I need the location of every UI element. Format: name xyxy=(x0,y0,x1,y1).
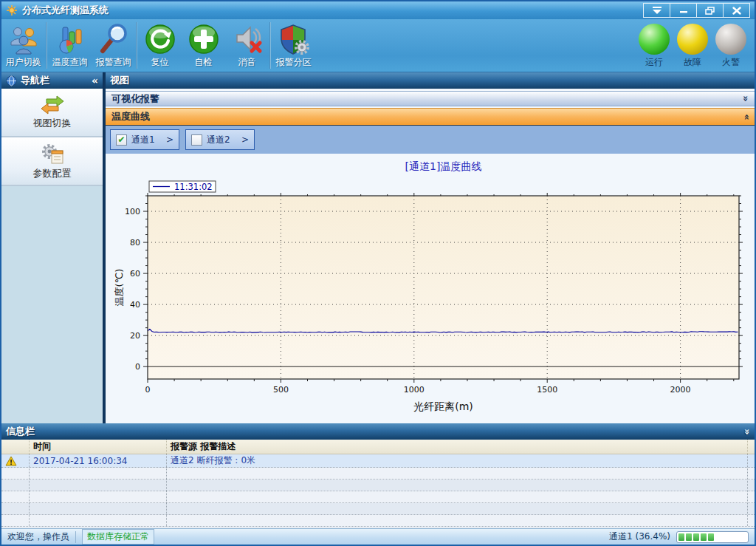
status-bar: 欢迎您，操作员 数据库存储正常 通道1 (36.4%) xyxy=(1,528,755,545)
status-light-label: 火警 xyxy=(722,56,740,69)
sidebar-item-view-switch[interactable]: 视图切换 xyxy=(1,89,103,137)
svg-text:500: 500 xyxy=(273,385,289,395)
channel-progress-label: 通道1 (36.4%) xyxy=(609,530,670,543)
progress-block xyxy=(686,533,692,541)
running-light-icon xyxy=(639,24,670,55)
svg-text:1000: 1000 xyxy=(404,385,425,395)
toolbar-separator xyxy=(136,22,137,69)
minimize-icon xyxy=(679,7,688,14)
alarm-zone-button[interactable]: 报警分区 xyxy=(272,19,315,72)
svg-text:2000: 2000 xyxy=(670,385,691,395)
app-logo-icon xyxy=(6,4,18,16)
time-column-header: 时间 xyxy=(29,440,166,454)
toolbar-label: 自检 xyxy=(195,56,213,69)
view-panel: 视图 可视化报警 » 温度曲线 » ✔ 通道1 > 通道2 > xyxy=(106,72,755,423)
info-collapse-chevron-icon[interactable]: » xyxy=(742,429,752,434)
svg-text:[通道1]温度曲线: [通道1]温度曲线 xyxy=(405,160,482,172)
alarm-table: 时间 报警源 报警描述 2017-04-21 16:00:34 通道2 断纤报警… xyxy=(1,440,755,528)
alarm-table-header: 时间 报警源 报警描述 xyxy=(1,440,755,454)
sidebar-header: 导航栏 « xyxy=(1,72,103,89)
close-icon xyxy=(732,7,741,15)
toolbar-label: 报警分区 xyxy=(276,56,312,69)
view-title: 视图 xyxy=(110,74,129,87)
temperature-curve-panel-bar[interactable]: 温度曲线 » xyxy=(106,108,755,126)
reset-button[interactable]: 复位 xyxy=(138,19,182,72)
restore-button[interactable] xyxy=(696,3,724,18)
mute-button[interactable]: 消音 xyxy=(225,19,269,72)
menu-dropdown-icon xyxy=(652,7,662,14)
channel-1-button[interactable]: ✔ 通道1 > xyxy=(110,129,179,150)
svg-text:20: 20 xyxy=(130,331,140,341)
sidebar-collapse-button[interactable]: « xyxy=(92,75,98,86)
sidebar-title: 导航栏 xyxy=(21,74,49,87)
warning-icon xyxy=(1,454,29,467)
progress-bar xyxy=(676,531,749,543)
visual-alarm-label: 可视化报警 xyxy=(111,92,159,106)
empty-table-row xyxy=(1,515,755,527)
progress-block xyxy=(701,533,707,541)
self-check-button[interactable]: 自检 xyxy=(182,19,225,72)
sidebar-item-label: 参数配置 xyxy=(33,167,72,180)
settings-notepad-icon xyxy=(39,142,66,165)
app-window: 分布式光纤测温系统 用户切换 xyxy=(0,0,756,546)
channel-2-button[interactable]: 通道2 > xyxy=(185,129,255,150)
toolbar-label: 用户切换 xyxy=(6,56,41,69)
temperature-chart-icon xyxy=(54,23,86,55)
minimize-button[interactable] xyxy=(670,3,697,18)
svg-text:11:31:02: 11:31:02 xyxy=(174,182,213,192)
svg-text:温度(℃): 温度(℃) xyxy=(114,269,125,307)
toolbar-label: 报警查询 xyxy=(96,56,131,69)
db-status-badge: 数据库存储正常 xyxy=(82,529,154,545)
empty-table-row xyxy=(1,480,755,491)
mute-icon xyxy=(231,23,264,55)
svg-text:40: 40 xyxy=(130,300,140,310)
user-switch-button[interactable]: 用户切换 xyxy=(1,19,45,72)
alarm-table-row[interactable]: 2017-04-21 16:00:34 通道2 断纤报警：0米 xyxy=(1,454,755,468)
toolbar-separator xyxy=(46,22,47,69)
channel-toolbar: ✔ 通道1 > 通道2 > xyxy=(106,126,755,154)
title-bar: 分布式光纤测温系统 xyxy=(1,1,755,19)
status-light-label: 运行 xyxy=(645,56,663,69)
progress-block xyxy=(708,533,714,541)
alarm-query-button[interactable]: 报警查询 xyxy=(92,19,135,72)
self-check-icon xyxy=(188,23,220,55)
channel-label: 通道1 xyxy=(131,134,155,146)
collapse-chevron-icon[interactable]: » xyxy=(740,114,750,120)
svg-text:0: 0 xyxy=(145,385,151,395)
channel-expand-arrow[interactable]: > xyxy=(166,134,173,145)
globe-icon xyxy=(6,75,17,86)
empty-rows xyxy=(1,468,755,527)
toolbar-label: 复位 xyxy=(151,56,169,69)
view-header: 视图 xyxy=(106,72,755,89)
channel-expand-arrow[interactable]: > xyxy=(241,134,249,145)
visual-alarm-panel-bar[interactable]: 可视化报警 » xyxy=(106,91,755,106)
alarm-zone-shield-icon xyxy=(278,23,310,55)
search-icon xyxy=(97,23,130,55)
channel-label: 通道2 xyxy=(207,134,230,146)
empty-table-row xyxy=(1,503,755,515)
alarm-description: 通道2 断纤报警：0米 xyxy=(166,454,747,467)
svg-text:80: 80 xyxy=(130,238,140,248)
sidebar-item-parameter-config[interactable]: 参数配置 xyxy=(1,137,103,186)
temperature-query-button[interactable]: 温度查询 xyxy=(48,19,92,72)
expand-chevron-icon[interactable]: » xyxy=(740,95,750,101)
svg-text:1500: 1500 xyxy=(537,385,557,395)
statusbar-separator xyxy=(75,531,76,543)
reset-icon xyxy=(144,23,176,55)
users-icon xyxy=(7,23,40,55)
chart-area: 0204060801000500100015002000温度(℃)光纤距离(m)… xyxy=(106,154,755,423)
source-desc-column-header: 报警源 报警描述 xyxy=(166,440,747,454)
sidebar-body: 视图切换 参数配置 xyxy=(1,89,103,423)
main-toolbar: 用户切换 温度查询 报警查询 复位 自检 xyxy=(1,19,755,72)
close-button[interactable] xyxy=(723,3,750,18)
status-light-fault: 故障 xyxy=(673,19,712,72)
channel-1-checkbox[interactable]: ✔ xyxy=(116,134,127,146)
progress-block xyxy=(693,533,699,541)
channel-2-checkbox[interactable] xyxy=(191,134,202,146)
toolbar-label: 温度查询 xyxy=(52,56,88,69)
alarm-time: 2017-04-21 16:00:34 xyxy=(29,454,166,467)
menu-button[interactable] xyxy=(643,3,670,18)
info-bar-title: 信息栏 xyxy=(6,425,35,438)
status-light-label: 故障 xyxy=(684,56,701,69)
empty-table-row xyxy=(1,491,755,503)
